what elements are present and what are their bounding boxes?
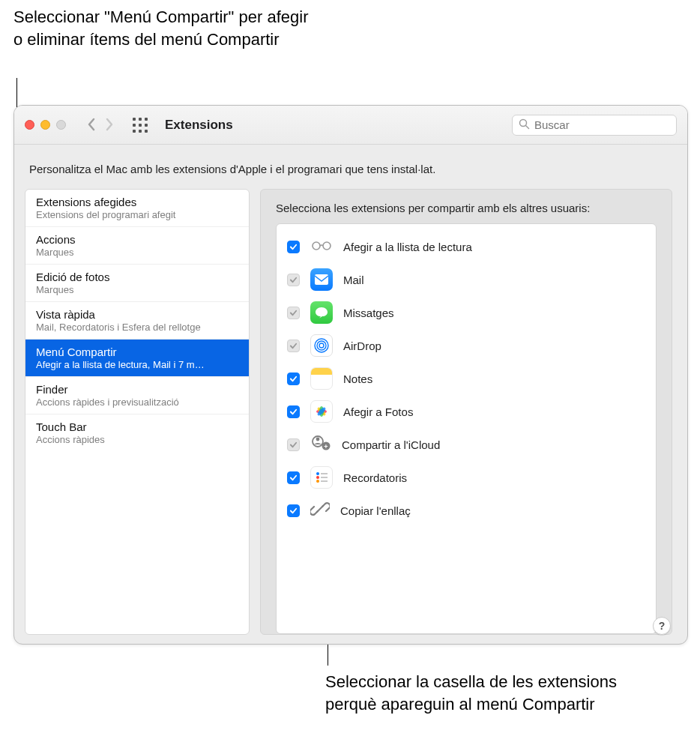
- extension-row: Notes: [277, 362, 656, 395]
- extension-row: Afegir a la llista de lectura: [277, 230, 656, 263]
- nav-arrows: [84, 115, 117, 136]
- extension-label: Afegir a Fotos: [343, 405, 413, 418]
- show-all-icon[interactable]: [132, 117, 148, 133]
- icloud-share-icon: +: [310, 434, 331, 455]
- sidebar-item[interactable]: FinderAccions ràpides i previsualització: [25, 377, 249, 414]
- search-field[interactable]: [512, 115, 677, 136]
- toolbar: Extensions: [14, 106, 687, 145]
- sidebar-item-subtitle: Marques: [36, 284, 238, 295]
- svg-text:+: +: [324, 443, 328, 450]
- sidebar-item-title: Menú Compartir: [36, 346, 238, 358]
- extension-checkbox[interactable]: [287, 405, 300, 418]
- window-title: Extensions: [165, 118, 233, 133]
- reading-list-icon: [310, 237, 333, 256]
- sidebar-item[interactable]: Touch BarAccions ràpides: [25, 414, 249, 451]
- sidebar-item-title: Finder: [36, 383, 238, 396]
- svg-rect-1: [139, 118, 142, 121]
- extension-checkbox[interactable]: [287, 504, 300, 517]
- svg-point-27: [316, 476, 319, 479]
- search-input[interactable]: [534, 118, 677, 131]
- extension-row: Copiar l'enllaç: [277, 494, 656, 527]
- sidebar-item[interactable]: Vista ràpidaMail, Recordatoris i Esfera …: [25, 302, 249, 340]
- svg-rect-2: [145, 118, 148, 121]
- annotation-line: [328, 643, 328, 666]
- extension-checkbox: [287, 307, 300, 319]
- extension-label: AirDrop: [343, 340, 381, 352]
- sidebar-item-subtitle: Extensions del programari afegit: [36, 209, 238, 220]
- sidebar-item-subtitle: Accions ràpides: [36, 434, 238, 445]
- search-icon: [519, 118, 530, 132]
- extension-row: Missatges: [277, 296, 656, 329]
- reminders-icon: [310, 466, 333, 489]
- svg-rect-0: [133, 118, 136, 121]
- sidebar-item[interactable]: Extensions afegidesExtensions del progra…: [25, 190, 249, 227]
- svg-point-15: [317, 341, 326, 350]
- intro-text: Personalitza el Mac amb les extensions d…: [29, 163, 672, 175]
- svg-rect-13: [315, 274, 328, 285]
- sidebar-item[interactable]: AccionsMarques: [25, 227, 249, 265]
- svg-rect-7: [139, 130, 142, 133]
- svg-rect-30: [321, 480, 328, 482]
- preferences-window: Extensions Personalitza el Mac amb les e…: [13, 105, 688, 645]
- svg-point-25: [316, 472, 319, 475]
- main-heading: Selecciona les extensions per compartir …: [276, 202, 657, 214]
- sidebar-item-title: Extensions afegides: [36, 196, 238, 208]
- extension-label: Afegir a la llista de lectura: [343, 241, 472, 253]
- sidebar-item[interactable]: Edició de fotosMarques: [25, 265, 249, 302]
- extension-checkbox: [287, 274, 300, 286]
- svg-point-22: [316, 438, 320, 441]
- annotation-top: Seleccionar "Menú Compartir" per afegir …: [13, 6, 313, 50]
- category-sidebar: Extensions afegidesExtensions del progra…: [25, 189, 250, 635]
- extension-checkbox[interactable]: [287, 241, 300, 253]
- extension-label: Compartir a l'iCloud: [342, 438, 440, 451]
- extension-label: Missatges: [343, 307, 394, 319]
- extension-label: Notes: [343, 372, 372, 385]
- zoom-window-button: [56, 120, 66, 130]
- svg-point-12: [323, 242, 331, 250]
- sidebar-item-title: Edició de fotos: [36, 271, 238, 283]
- extension-checkbox[interactable]: [287, 471, 300, 484]
- close-window-button[interactable]: [25, 120, 34, 130]
- minimize-window-button[interactable]: [40, 120, 50, 130]
- svg-point-29: [316, 480, 319, 483]
- sidebar-item-subtitle: Mail, Recordatoris i Esfera del rellotge: [36, 322, 238, 333]
- notes-icon: [310, 367, 333, 390]
- svg-rect-6: [133, 130, 136, 133]
- svg-point-11: [313, 242, 320, 250]
- photos-icon: [310, 400, 333, 423]
- extension-label: Copiar l'enllaç: [340, 504, 411, 517]
- back-button[interactable]: [84, 115, 99, 136]
- extension-row: Afegir a Fotos: [277, 395, 656, 428]
- extension-row: +Compartir a l'iCloud: [277, 428, 656, 461]
- sidebar-item-subtitle: Accions ràpides i previsualització: [36, 396, 238, 408]
- extension-list: Afegir a la llista de lecturaMailMissatg…: [276, 223, 657, 634]
- svg-rect-4: [139, 124, 142, 127]
- airdrop-icon: [310, 334, 333, 357]
- svg-rect-3: [133, 124, 136, 127]
- extension-row: AirDrop: [277, 329, 656, 362]
- svg-point-14: [319, 343, 324, 348]
- sidebar-item-title: Accions: [36, 233, 238, 246]
- extension-row: Mail: [277, 263, 656, 296]
- extension-row: Recordatoris: [277, 461, 656, 494]
- window-body: Personalitza el Mac amb les extensions d…: [14, 145, 687, 644]
- extension-checkbox: [287, 340, 300, 352]
- svg-line-10: [526, 125, 529, 128]
- extension-label: Recordatoris: [343, 471, 407, 484]
- extension-label: Mail: [343, 274, 364, 286]
- sidebar-item-subtitle: Marques: [36, 247, 238, 258]
- window-controls: [25, 120, 66, 130]
- sidebar-item[interactable]: Menú CompartirAfegir a la llista de lect…: [25, 340, 249, 377]
- sidebar-item-title: Vista ràpida: [36, 308, 238, 321]
- svg-rect-26: [321, 473, 328, 474]
- forward-button[interactable]: [102, 115, 117, 136]
- sidebar-item-subtitle: Afegir a la llista de lectura, Mail i 7 …: [36, 359, 238, 370]
- svg-rect-28: [321, 477, 328, 478]
- messages-icon: [310, 301, 333, 324]
- extension-checkbox[interactable]: [287, 372, 300, 385]
- help-button[interactable]: ?: [653, 617, 671, 635]
- svg-rect-5: [145, 124, 148, 127]
- annotation-bottom: Seleccionar la casella de les extensions…: [325, 671, 625, 715]
- svg-rect-8: [145, 130, 148, 133]
- main-panel: Selecciona les extensions per compartir …: [260, 189, 672, 635]
